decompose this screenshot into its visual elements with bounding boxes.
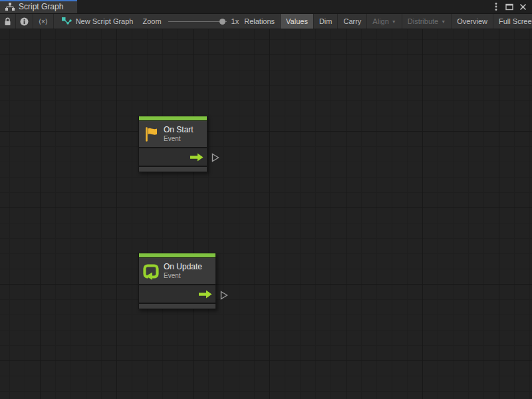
script-graph-asset-icon [62,17,72,26]
node-on-start[interactable]: On Start Event [138,116,207,172]
node-footer [139,166,207,172]
graph-canvas[interactable]: On Start Event [0,29,532,399]
align-label: Align [372,17,388,25]
titlebar: Script Graph [0,0,532,14]
info-icon [20,17,29,26]
node-title: On Update [164,263,202,272]
graph-asset[interactable]: New Script Graph [62,14,134,29]
node-header: On Update Event [139,257,215,284]
close-icon[interactable] [517,1,528,12]
flag-icon [142,126,160,143]
maximize-icon[interactable] [504,1,515,12]
graph-hierarchy-icon [5,3,15,11]
relations-button[interactable]: Relations [239,14,281,29]
output-port-triangle-icon[interactable] [211,152,220,163]
node-footer [139,303,215,309]
lock-icon [4,17,11,26]
values-button[interactable]: Values [281,14,314,29]
tab-label: Script Graph [19,2,63,11]
output-port-triangle-icon[interactable] [219,290,229,301]
toolbar-right-group: Relations Values Dim Carry Align ▼ Distr… [239,14,532,29]
loop-icon [142,263,160,280]
info-button[interactable] [16,14,33,29]
tab-script-graph[interactable]: Script Graph [0,0,77,13]
node-subtitle: Event [164,272,202,280]
window-actions [491,0,532,13]
chevron-down-icon: ▼ [441,19,446,24]
control-output-arrow-icon[interactable] [190,153,203,162]
overview-button[interactable]: Overview [452,14,493,29]
graph-asset-label: New Script Graph [76,17,134,25]
more-options-icon[interactable] [491,1,501,12]
toolbar: ⟨×⟩ New Script Graph Zoom 1x Relati [0,14,532,29]
code-view-button[interactable]: ⟨×⟩ [33,14,54,29]
node-on-update[interactable]: On Update Event [138,253,216,309]
zoom-slider-handle[interactable] [219,19,225,25]
tab-active-accent [0,0,77,1]
chevron-down-icon: ▼ [392,19,396,24]
lock-button[interactable] [0,14,16,29]
zoom-slider[interactable] [168,14,227,29]
zoom-slider-track [168,21,227,22]
carry-button[interactable]: Carry [338,14,367,29]
node-port-row [139,284,215,303]
align-button[interactable]: Align ▼ [367,14,402,29]
node-port-row [139,147,207,166]
node-header: On Start Event [139,120,207,147]
code-icon: ⟨×⟩ [39,18,48,25]
zoom-value: 1x [231,17,239,25]
fullscreen-button[interactable]: Full Screen [493,14,532,29]
node-subtitle: Event [164,135,194,143]
zoom-control: Zoom 1x [142,14,239,29]
node-title: On Start [164,126,194,135]
control-output-arrow-icon[interactable] [199,290,212,299]
zoom-label: Zoom [142,17,161,25]
distribute-label: Distribute [408,17,438,25]
dim-button[interactable]: Dim [314,14,338,29]
distribute-button[interactable]: Distribute ▼ [402,14,452,29]
script-graph-window: Script Graph [0,0,532,399]
